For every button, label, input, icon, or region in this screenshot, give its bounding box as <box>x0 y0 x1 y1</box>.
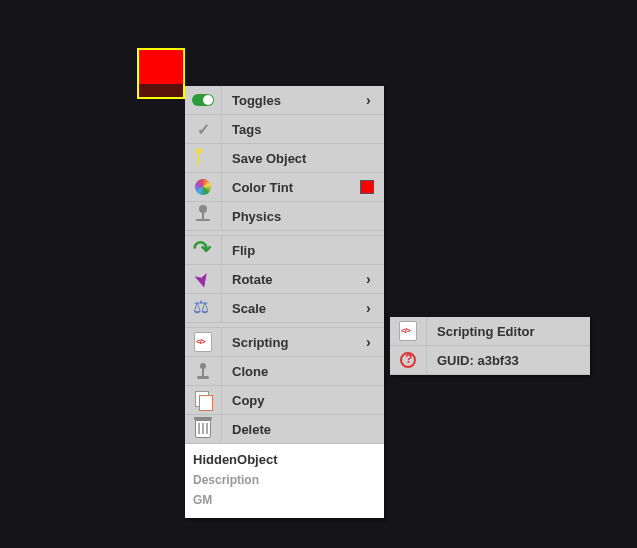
menu-label: Copy <box>222 393 378 408</box>
check-icon <box>197 120 210 139</box>
color-wheel-icon <box>195 179 211 195</box>
clone-icon <box>195 363 211 379</box>
menu-rotate[interactable]: Rotate › <box>185 265 384 294</box>
selected-game-object[interactable] <box>137 48 185 99</box>
scale-icon <box>193 300 213 316</box>
chevron-right-icon: › <box>366 271 378 287</box>
flip-icon <box>193 242 213 258</box>
menu-color-tint[interactable]: Color Tint <box>185 173 384 202</box>
menu-label: Color Tint <box>222 180 360 195</box>
menu-tags[interactable]: Tags <box>185 115 384 144</box>
menu-physics[interactable]: Physics <box>185 202 384 231</box>
menu-scripting[interactable]: Scripting › <box>185 328 384 357</box>
trash-icon <box>195 420 211 438</box>
scripting-submenu: Scripting Editor GUID: a3bf33 <box>390 317 590 375</box>
menu-toggles[interactable]: Toggles › <box>185 86 384 115</box>
menu-label: Clone <box>222 364 378 379</box>
chevron-right-icon: › <box>366 334 378 350</box>
menu-label: Tags <box>222 122 378 137</box>
toggle-icon <box>192 94 214 106</box>
copy-icon <box>195 391 211 409</box>
object-gm-notes-field[interactable]: GM <box>193 490 376 510</box>
menu-label: Scale <box>222 301 366 316</box>
menu-clone[interactable]: Clone <box>185 357 384 386</box>
object-context-menu: Toggles › Tags Save Object Color Tint Ph… <box>185 86 384 518</box>
menu-copy[interactable]: Copy <box>185 386 384 415</box>
physics-icon <box>196 209 210 223</box>
menu-label: Flip <box>222 243 378 258</box>
menu-label: Toggles <box>222 93 366 108</box>
object-name-field[interactable]: HiddenObject <box>193 450 376 470</box>
submenu-guid[interactable]: GUID: a3bf33 <box>390 346 590 375</box>
object-info-footer: HiddenObject Description GM <box>185 444 384 518</box>
rotate-icon <box>194 270 212 288</box>
color-swatch <box>360 180 374 194</box>
chevron-right-icon: › <box>366 300 378 316</box>
menu-scale[interactable]: Scale › <box>185 294 384 323</box>
menu-label: Delete <box>222 422 378 437</box>
question-icon <box>400 352 416 368</box>
menu-label: Scripting <box>222 335 366 350</box>
menu-flip[interactable]: Flip <box>185 236 384 265</box>
script-icon <box>194 332 212 352</box>
menu-label: Rotate <box>222 272 366 287</box>
script-icon <box>399 321 417 341</box>
submenu-scripting-editor[interactable]: Scripting Editor <box>390 317 590 346</box>
menu-label: Save Object <box>222 151 378 166</box>
menu-delete[interactable]: Delete <box>185 415 384 444</box>
object-description-field[interactable]: Description <box>193 470 376 490</box>
menu-label: Physics <box>222 209 378 224</box>
menu-save-object[interactable]: Save Object <box>185 144 384 173</box>
guid-label: GUID: a3bf33 <box>427 353 584 368</box>
chevron-right-icon: › <box>366 92 378 108</box>
menu-label: Scripting Editor <box>427 324 584 339</box>
